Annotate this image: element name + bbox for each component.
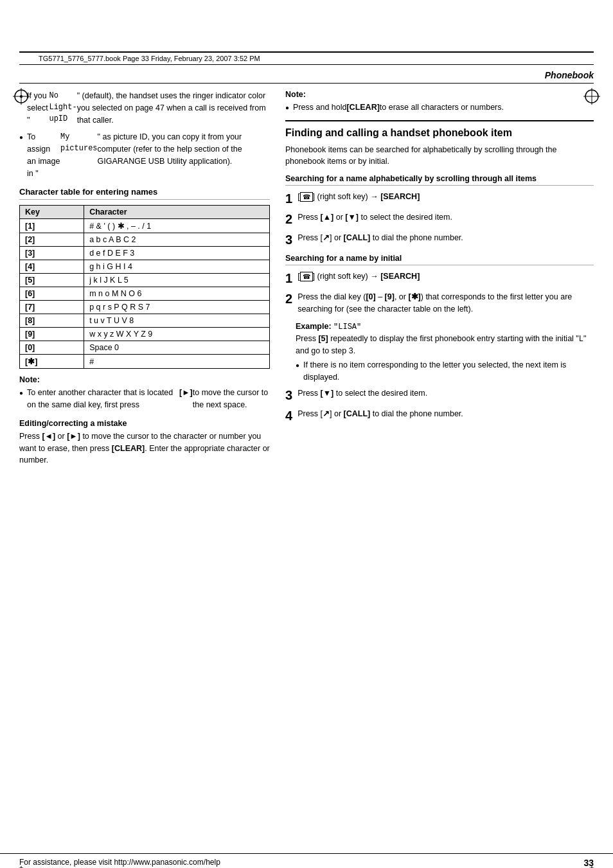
left-note-text: To enter another character that is locat… [19, 387, 270, 411]
key-cell: [7] [20, 301, 84, 314]
corner-mark-tl [12, 87, 31, 106]
file-info: TG5771_5776_5777.book Page 33 Friday, Fe… [39, 55, 260, 62]
edit-title: Editing/correcting a mistake [19, 419, 270, 428]
table-row: [3]d e f D E F 3 [20, 247, 270, 260]
table-row: [8]t u v T U V 8 [20, 314, 270, 328]
char-cell: # [84, 355, 270, 369]
example-name: "LISA" [333, 323, 361, 332]
footer-text: For assistance, please visit http://www.… [19, 858, 220, 868]
footer: For assistance, please visit http://www.… [0, 853, 613, 868]
finding-intro: Phonebook items can be searched for alph… [285, 144, 594, 168]
table-row: [7]p q r s P Q R S 7 [20, 301, 270, 314]
table-row: [1]# & ' ( ) ✱ , – . / 1 [20, 219, 270, 233]
table-row: [6]m n o M N O 6 [20, 287, 270, 301]
initial-step-1: 1 [☎] (right soft key) → [SEARCH] [285, 270, 594, 286]
example-block: Example: "LISA" Press [5] repeatedly to … [285, 321, 594, 384]
table-row: [0]Space 0 [20, 341, 270, 355]
table-row: [9]w x y z W X Y Z 9 [20, 328, 270, 341]
char-cell: p q r s P Q R S 7 [84, 301, 270, 314]
right-note-title: Note: [285, 90, 594, 99]
right-column: Note: Press and hold [CLEAR] to erase al… [285, 90, 594, 466]
character-table: Key Character [1]# & ' ( ) ✱ , – . / 1[2… [19, 205, 270, 369]
content-area: If you select "No Light-upID" (default),… [19, 90, 594, 466]
left-note-title: Note: [19, 375, 270, 384]
page-number: 33 [583, 858, 594, 868]
intro-bullets: If you select "No Light-upID" (default),… [19, 90, 270, 179]
char-cell: j k l J K L 5 [84, 274, 270, 287]
page-title: Phonebook [19, 70, 594, 84]
table-row: [4]g h i G H I 4 [20, 260, 270, 274]
finding-title: Finding and calling a handset phonebook … [285, 127, 594, 140]
key-cell: [5] [20, 274, 84, 287]
char-cell: w x y z W X Y Z 9 [84, 328, 270, 341]
key-cell: [4] [20, 260, 84, 274]
example-label: Example: [296, 322, 333, 331]
char-cell: d e f D E F 3 [84, 247, 270, 260]
editing-section: Editing/correcting a mistake Press [◄] o… [19, 419, 270, 466]
char-cell: # & ' ( ) ✱ , – . / 1 [84, 219, 270, 233]
key-cell: [3] [20, 247, 84, 260]
key-cell: [9] [20, 328, 84, 341]
key-cell: [6] [20, 287, 84, 301]
key-cell: [2] [20, 233, 84, 247]
table-row: [2]a b c A B C 2 [20, 233, 270, 247]
header-bar: TG5771_5776_5777.book Page 33 Friday, Fe… [19, 51, 594, 65]
char-cell: a b c A B C 2 [84, 233, 270, 247]
right-note: Note: Press and hold [CLEAR] to erase al… [285, 90, 594, 114]
char-cell: g h i G H I 4 [84, 260, 270, 274]
initial-step-4: 4 Press [↗] or [CALL] to dial the phone … [285, 408, 594, 423]
initial-step-3: 3 Press [▼] to select the desired item. [285, 387, 594, 403]
table-row: [✱]# [20, 355, 270, 369]
example-sub-bullet: If there is no item corresponding to the… [296, 359, 594, 384]
char-cell: t u v T U V 8 [84, 314, 270, 328]
left-note: Note: To enter another character that is… [19, 375, 270, 411]
char-cell: Space 0 [84, 341, 270, 355]
alpha-step-2: 2 Press [▲] or [▼] to select the desired… [285, 211, 594, 227]
key-cell: [1] [20, 219, 84, 233]
char-cell: m n o M N O 6 [84, 287, 270, 301]
key-cell: [✱] [20, 355, 84, 369]
section1-title: Searching for a name alphabetically by s… [285, 174, 594, 186]
right-note-text: Press and hold [CLEAR] to erase all char… [285, 102, 594, 114]
section2-title: Searching for a name by initial [285, 254, 594, 265]
initial-step-2: 2 Press the dial key ([0] – [9], or [✱])… [285, 291, 594, 315]
bullet-my-pictures: To assign an image in "My pictures" as p… [19, 131, 270, 179]
edit-text: Press [◄] or [►] to move the cursor to t… [19, 430, 270, 466]
col-key: Key [20, 206, 84, 219]
left-column: If you select "No Light-upID" (default),… [19, 90, 270, 466]
bullet-no-light: If you select "No Light-upID" (default),… [19, 90, 270, 126]
page-container: TG5771_5776_5777.book Page 33 Friday, Fe… [0, 51, 613, 868]
alpha-step-1: 1 [☎] (right soft key) → [SEARCH] [285, 191, 594, 206]
table-row: [5]j k l J K L 5 [20, 274, 270, 287]
corner-mark-tr [582, 87, 601, 106]
key-cell: [0] [20, 341, 84, 355]
alpha-step-3: 3 Press [↗] or [CALL] to dial the phone … [285, 232, 594, 247]
example-text: Press [5] repeatedly to display the firs… [296, 334, 586, 355]
key-cell: [8] [20, 314, 84, 328]
col-character: Character [84, 206, 270, 219]
char-table-heading: Character table for entering names [19, 187, 270, 200]
